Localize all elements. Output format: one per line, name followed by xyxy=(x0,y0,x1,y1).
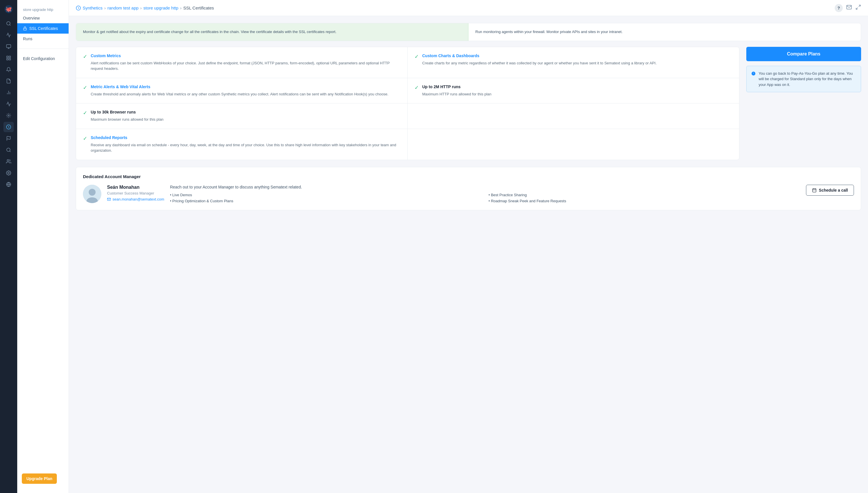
sidebar-synthetics-icon[interactable] xyxy=(3,122,14,132)
feature-custom-charts: ✓ Custom Charts & Dashboards Create char… xyxy=(408,47,739,78)
breadcrumb-monitor[interactable]: store upgrade http xyxy=(143,5,179,10)
benefit-3: • Pricing Optimization & Custom Plans xyxy=(170,199,482,203)
svg-rect-4 xyxy=(7,45,11,48)
feature-metric-alerts: ✓ Metric Alerts & Web Vital Alerts Creat… xyxy=(76,78,408,103)
breadcrumb-current: SSL Certificates xyxy=(183,5,214,10)
features-list: ✓ Custom Metrics Alert notifications can… xyxy=(76,47,739,160)
breadcrumb-sep-1: › xyxy=(104,5,106,10)
breadcrumb: Synthetics › random test app › store upg… xyxy=(76,5,214,10)
sidebar-team-icon[interactable] xyxy=(3,156,14,167)
schedule-call-wrapper: Schedule a call xyxy=(806,185,854,196)
svg-rect-8 xyxy=(9,56,10,58)
email-icon xyxy=(107,197,111,201)
svg-point-17 xyxy=(7,148,10,151)
svg-line-3 xyxy=(9,24,10,25)
sidebar-integrations-icon[interactable] xyxy=(3,110,14,121)
sidebar-settings-icon[interactable] xyxy=(3,168,14,178)
nav-overview[interactable]: Overview xyxy=(17,13,69,23)
dedicated-account-manager-section: Dedicated Account Manager Seán Monahan C… xyxy=(76,167,861,210)
check-icon-custom-metrics: ✓ xyxy=(83,53,87,71)
dedicated-label: Dedicated Account Manager xyxy=(83,174,854,179)
svg-point-14 xyxy=(8,115,9,116)
highlight-left-text: Monitor & get notified about the expiry … xyxy=(83,29,461,35)
browser-runs-desc: Maximum browser runs allowed for this pl… xyxy=(91,116,164,122)
sidebar-reports-icon[interactable] xyxy=(3,99,14,109)
custom-metrics-desc: Alert notifications can be sent custom W… xyxy=(91,60,401,71)
sidebar-alert-icon[interactable] xyxy=(3,64,14,75)
sidebar-charts-icon[interactable] xyxy=(3,87,14,98)
svg-rect-23 xyxy=(24,28,27,30)
metric-alerts-title[interactable]: Metric Alerts & Web Vital Alerts xyxy=(91,84,388,89)
svg-rect-10 xyxy=(9,59,10,60)
ssl-cert-highlight-left: Monitor & get notified about the expiry … xyxy=(76,23,469,41)
svg-point-31 xyxy=(89,189,96,196)
manager-name: Seán Monahan xyxy=(107,185,164,190)
check-icon-custom-charts: ✓ xyxy=(414,53,419,71)
breadcrumb-sep-3: › xyxy=(180,5,181,10)
info-icon xyxy=(751,71,756,78)
check-icon-scheduled-reports: ✓ xyxy=(83,135,87,153)
topbar: Synthetics › random test app › store upg… xyxy=(69,0,868,16)
compare-plans-button[interactable]: Compare Plans xyxy=(746,47,861,61)
sidebar-activity-icon[interactable] xyxy=(3,30,14,40)
manager-benefits: Reach out to your Account Manager to dis… xyxy=(170,185,800,203)
sidebar-logs-icon[interactable] xyxy=(3,76,14,86)
custom-metrics-title[interactable]: Custom Metrics xyxy=(91,53,401,58)
check-icon-http-runs: ✓ xyxy=(414,84,419,97)
scheduled-reports-desc: Receive any dashboard via email on sched… xyxy=(91,142,401,153)
feature-scheduled-reports: ✓ Scheduled Reports Receive any dashboar… xyxy=(76,129,408,160)
nav-runs[interactable]: Runs xyxy=(17,34,69,44)
sidebar-search-icon[interactable] xyxy=(3,18,14,29)
calendar-icon xyxy=(812,188,817,192)
scheduled-reports-title[interactable]: Scheduled Reports xyxy=(91,135,401,140)
http-runs-desc: Maximum HTTP runs allowed for this plan xyxy=(422,91,492,97)
app-logo[interactable]: 🐙 xyxy=(3,3,14,15)
sidebar-explore-icon[interactable] xyxy=(3,145,14,155)
info-box: You can go back to Pay-As-You-Go plan at… xyxy=(746,66,861,92)
upgrade-plan-button[interactable]: Upgrade Plan xyxy=(22,473,57,484)
svg-line-26 xyxy=(856,8,858,9)
breadcrumb-app[interactable]: random test app xyxy=(107,5,138,10)
manager-avatar xyxy=(83,185,101,203)
sidebar-globe-icon[interactable] xyxy=(3,179,14,190)
breadcrumb-synthetics[interactable]: Synthetics xyxy=(83,5,102,10)
manager-role: Customer Success Manager xyxy=(107,191,164,195)
benefit-1: • Live Demos xyxy=(170,193,482,197)
edit-configuration-label[interactable]: Edit Configuration xyxy=(17,53,69,64)
account-manager-row: Seán Monahan Customer Success Manager se… xyxy=(83,185,854,203)
mail-icon[interactable] xyxy=(846,4,852,12)
sidebar-monitor-icon[interactable] xyxy=(3,41,14,52)
reach-out-text: Reach out to your Account Manager to dis… xyxy=(170,185,800,189)
svg-line-18 xyxy=(9,151,10,152)
feature-browser-runs: ✓ Up to 30k Browser runs Maximum browser… xyxy=(76,103,408,129)
content-area: Monitor & get notified about the expiry … xyxy=(69,16,868,493)
help-icon[interactable]: ? xyxy=(835,4,843,12)
metric-alerts-desc: Create threshold and anomaly alerts for … xyxy=(91,91,388,97)
svg-rect-9 xyxy=(7,59,8,60)
schedule-call-button[interactable]: Schedule a call xyxy=(806,185,854,196)
custom-charts-title[interactable]: Custom Charts & Dashboards xyxy=(422,53,657,58)
svg-rect-33 xyxy=(813,189,816,192)
check-icon-browser-runs: ✓ xyxy=(83,110,87,122)
main-content: Synthetics › random test app › store upg… xyxy=(69,0,868,493)
info-box-text: You can go back to Pay-As-You-Go plan at… xyxy=(759,71,856,88)
sidebar-grid-icon[interactable] xyxy=(3,53,14,63)
svg-point-19 xyxy=(7,159,9,161)
highlight-right-text: Run monitoring agents within your firewa… xyxy=(475,29,854,35)
manager-email[interactable]: sean.monahan@sematext.com xyxy=(113,197,164,201)
sidebar-flag-icon[interactable] xyxy=(3,133,14,144)
nav-ssl-certificates[interactable]: SSL Certificates xyxy=(17,23,69,34)
svg-line-25 xyxy=(859,5,861,7)
expand-icon[interactable] xyxy=(855,4,861,12)
nav-app-name: store upgrade http xyxy=(17,5,69,13)
benefit-2: • Best Practice Sharing xyxy=(488,193,800,197)
left-nav: store upgrade http Overview SSL Certific… xyxy=(17,0,69,493)
feature-empty-2 xyxy=(408,129,739,160)
svg-point-20 xyxy=(8,172,9,174)
action-panel: Compare Plans You can go back to Pay-As-… xyxy=(746,47,861,92)
topbar-actions: ? xyxy=(835,4,861,12)
benefit-4: • Roadmap Sneak Peek and Feature Request… xyxy=(488,199,800,203)
custom-charts-desc: Create charts for any metric regardless … xyxy=(422,60,657,66)
feature-http-runs: ✓ Up to 2M HTTP runs Maximum HTTP runs a… xyxy=(408,78,739,103)
svg-rect-7 xyxy=(7,56,8,58)
